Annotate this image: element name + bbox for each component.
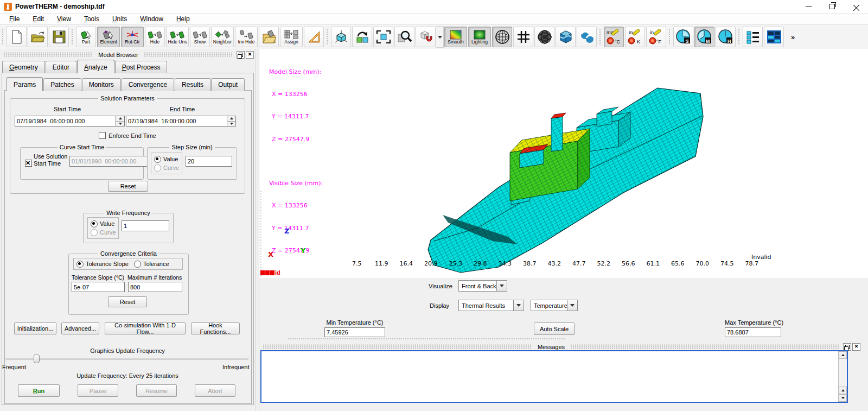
end-time-input[interactable]	[126, 116, 227, 127]
invert-hide-button[interactable]: Inv Hide	[235, 27, 258, 47]
show-button[interactable]: Show	[190, 27, 210, 47]
tolerance-slope-input[interactable]	[72, 282, 125, 292]
tab-analyze[interactable]: Analyze	[77, 60, 114, 73]
panel-splitter[interactable]	[255, 49, 259, 411]
toolbar-grip[interactable]	[326, 29, 329, 45]
curve-start-time-input[interactable]	[69, 156, 150, 167]
menu-file[interactable]: File	[4, 14, 24, 24]
min-temperature-input[interactable]	[324, 327, 385, 337]
open-part-button[interactable]	[259, 27, 279, 47]
step-value-radio[interactable]	[154, 156, 161, 163]
pick-part-button[interactable]: Part	[76, 27, 96, 47]
units-in-fahrenheit-button[interactable]: in°F	[646, 27, 666, 47]
time-minutes-button[interactable]: M	[694, 27, 714, 47]
run-button[interactable]: Run	[18, 384, 60, 397]
write-curve-radio[interactable]	[91, 229, 98, 236]
auto-scale-button[interactable]: Auto Scale	[534, 323, 575, 335]
write-value-radio[interactable]	[91, 220, 98, 227]
max-temperature-input[interactable]	[725, 327, 781, 337]
toolbar-grip[interactable]	[738, 29, 741, 45]
restore-button[interactable]	[820, 0, 844, 13]
toolbar-grip[interactable]	[71, 29, 74, 45]
pick-element-button[interactable]: Element	[97, 27, 120, 47]
messages-splitter[interactable]	[288, 338, 565, 340]
waves-button[interactable]	[577, 27, 597, 47]
messages-titlebar[interactable]: Messages ✕	[259, 343, 868, 351]
measure-button[interactable]	[304, 27, 324, 47]
rotate-view-button[interactable]	[352, 27, 372, 47]
abort-button[interactable]: Abort	[195, 384, 235, 397]
menu-view[interactable]: View	[52, 14, 76, 24]
float-panel-button[interactable]	[237, 51, 245, 59]
display-quantity-dropdown[interactable]: Temperature	[531, 300, 578, 311]
subtab-params[interactable]: Params	[7, 77, 43, 91]
neighbor-button[interactable]: Neighbor	[211, 27, 234, 47]
toolbar-grip[interactable]	[2, 29, 4, 45]
chevron-down-icon[interactable]	[496, 280, 507, 292]
list-view-button[interactable]	[743, 27, 763, 47]
dark-sphere-button[interactable]	[534, 27, 554, 47]
model-browser-titlebar[interactable]: Model Browser ✕	[0, 50, 255, 59]
rotation-center-button[interactable]: Rot-Ctr	[121, 27, 144, 47]
hide-unselected-button[interactable]: Hide Uns	[166, 27, 189, 47]
tab-editor[interactable]: Editor	[46, 61, 76, 73]
hide-button[interactable]: Hide	[145, 27, 165, 47]
solution-reset-button[interactable]: Reset	[108, 181, 148, 192]
use-solution-start-time-checkbox[interactable]	[25, 160, 32, 167]
zoom-area-button[interactable]	[394, 27, 414, 47]
menu-help[interactable]: Help	[171, 14, 195, 24]
scroll-track[interactable]	[839, 359, 847, 387]
smooth-shading-button[interactable]: Smooth	[444, 27, 467, 47]
close-panel-button[interactable]: ✕	[246, 51, 254, 59]
resume-button[interactable]: Resume	[136, 384, 177, 397]
end-time-up-button[interactable]	[227, 116, 235, 121]
advanced-button[interactable]: Advanced...	[61, 323, 99, 334]
initialization-button[interactable]: Initialization...	[14, 323, 56, 334]
subtab-monitors[interactable]: Monitors	[82, 78, 121, 91]
hook-functions-button[interactable]: Hook Functions...	[191, 323, 240, 334]
start-time-input[interactable]	[15, 116, 116, 127]
subtab-convergence[interactable]: Convergence	[122, 78, 174, 91]
step-curve-radio[interactable]	[154, 165, 161, 172]
visualize-dropdown[interactable]: Front & Back	[458, 280, 507, 292]
grid-button[interactable]	[513, 27, 533, 47]
menu-units[interactable]: Units	[107, 14, 132, 24]
start-time-down-button[interactable]	[116, 121, 124, 127]
menu-tools[interactable]: Tools	[79, 14, 104, 24]
write-frequency-input[interactable]	[122, 220, 169, 231]
tolerance-slope-radio[interactable]	[76, 261, 84, 268]
lighting-button[interactable]: Lighting	[468, 27, 491, 47]
close-messages-button[interactable]: ✕	[852, 343, 860, 351]
end-time-down-button[interactable]	[227, 121, 235, 127]
tab-post-process[interactable]: Post Process	[115, 61, 168, 73]
globe-button[interactable]	[492, 27, 512, 47]
subtab-patches[interactable]: Patches	[43, 78, 81, 91]
toolbar-overflow-button[interactable]: »	[789, 31, 797, 43]
viewport-3d[interactable]: Model Size (mm): X = 133256 Y = 14311.7 …	[259, 49, 868, 278]
messages-log[interactable]	[260, 350, 848, 403]
tab-geometry[interactable]: Geometry	[2, 61, 45, 73]
pause-button[interactable]: Pause	[78, 384, 118, 397]
float-messages-button[interactable]	[843, 343, 851, 351]
units-mm-celsius-button[interactable]: mm°C	[604, 27, 624, 47]
scroll-up-button[interactable]	[839, 351, 847, 359]
menu-window[interactable]: Window	[135, 14, 168, 24]
subtab-results[interactable]: Results	[175, 78, 210, 91]
enforce-end-time-checkbox[interactable]	[99, 132, 106, 139]
iso-view-button[interactable]	[331, 27, 351, 47]
close-button[interactable]	[844, 0, 868, 13]
open-file-button[interactable]	[28, 27, 48, 47]
messages-scrollbar[interactable]	[838, 351, 847, 402]
convergence-reset-button[interactable]: Reset	[108, 296, 147, 307]
tolerance-radio[interactable]	[134, 261, 141, 268]
max-iterations-input[interactable]	[128, 282, 182, 292]
display-type-dropdown[interactable]: Thermal Results	[458, 300, 524, 311]
subtab-output[interactable]: Output	[211, 78, 245, 91]
menu-edit[interactable]: Edit	[28, 14, 49, 24]
toolbar-grip[interactable]	[668, 29, 671, 45]
chevron-down-icon[interactable]	[567, 300, 578, 311]
toolbar-grip[interactable]	[599, 29, 602, 45]
table-view-button[interactable]	[764, 27, 784, 47]
new-file-button[interactable]	[7, 27, 27, 47]
blue-cube-button[interactable]	[556, 27, 576, 47]
